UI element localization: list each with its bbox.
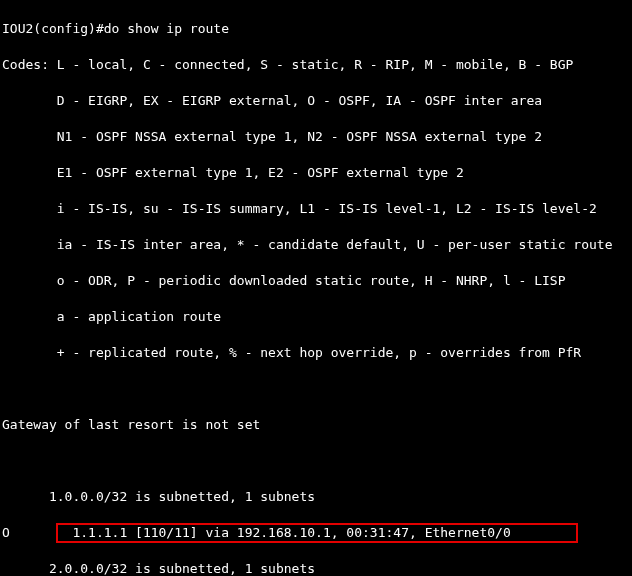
codes-line: a - application route [2, 308, 632, 326]
codes-line: o - ODR, P - periodic downloaded static … [2, 272, 632, 290]
gateway-line: Gateway of last resort is not set [2, 416, 632, 434]
terminal-output: IOU2(config)#do show ip route Codes: L -… [0, 0, 632, 576]
blank-line [2, 452, 632, 470]
route-line: 1.0.0.0/32 is subnetted, 1 subnets [2, 488, 632, 506]
codes-line: i - IS-IS, su - IS-IS summary, L1 - IS-I… [2, 200, 632, 218]
codes-line: E1 - OSPF external type 1, E2 - OSPF ext… [2, 164, 632, 182]
blank-line [2, 380, 632, 398]
route-line: 2.0.0.0/32 is subnetted, 1 subnets [2, 560, 632, 576]
codes-line: Codes: L - local, C - connected, S - sta… [2, 56, 632, 74]
codes-line: ia - IS-IS inter area, * - candidate def… [2, 236, 632, 254]
codes-line: N1 - OSPF NSSA external type 1, N2 - OSP… [2, 128, 632, 146]
route-line-ospf-highlight: O 1.1.1.1 [110/11] via 192.168.10.1, 00:… [2, 524, 632, 542]
codes-line: D - EIGRP, EX - EIGRP external, O - OSPF… [2, 92, 632, 110]
codes-line: + - replicated route, % - next hop overr… [2, 344, 632, 362]
command-line: IOU2(config)#do show ip route [2, 20, 632, 38]
